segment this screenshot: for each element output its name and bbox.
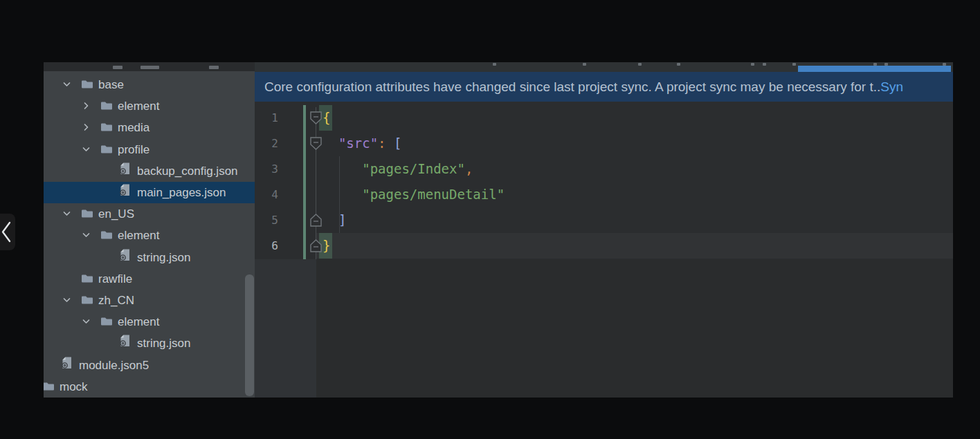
tree-item-mock[interactable]: mock (44, 376, 255, 398)
tree-item-backup-config-json[interactable]: backup_config.json (44, 160, 255, 182)
folder-icon (44, 381, 55, 391)
nav-back-button[interactable] (0, 214, 15, 250)
json-file-icon (120, 162, 131, 175)
chevron-down-icon[interactable] (62, 209, 71, 218)
tree-scrollbar[interactable] (245, 274, 254, 396)
chevron-down-icon[interactable] (62, 80, 71, 88)
tree-item-module-json5[interactable]: module.json5 (44, 355, 255, 376)
clipped-tab-text (677, 63, 680, 66)
tree-item-element[interactable]: element (44, 225, 255, 246)
fold-region-end-icon[interactable] (309, 213, 323, 227)
clipped-tab-text (792, 63, 796, 66)
folder-icon (100, 230, 113, 239)
fold-region-end-icon[interactable] (309, 239, 323, 253)
sync-now-link[interactable]: Syn (880, 80, 903, 94)
current-line-highlight (316, 233, 953, 259)
editor-tabstrip (255, 62, 953, 72)
chevron-down-icon[interactable] (82, 230, 91, 239)
ide-window: baseelementmediaprofilebackup_config.jso… (44, 62, 953, 398)
tree-item-label: string.json (137, 247, 190, 268)
chevron-down-icon[interactable] (62, 295, 71, 304)
chevron-right-icon[interactable] (82, 101, 91, 110)
clipped-tab-text (763, 63, 766, 66)
line-number: 2 (260, 131, 278, 156)
line-number: 5 (260, 207, 278, 233)
code-line-3[interactable]: "pages/Index", (323, 156, 473, 182)
chevron-left-icon (0, 214, 15, 250)
folder-icon (81, 273, 93, 283)
folder-icon (100, 122, 113, 131)
vcs-added-lines-bar (303, 105, 306, 259)
json-file-icon (120, 248, 131, 261)
tree-item-profile[interactable]: profile (44, 139, 255, 160)
tree-item-media[interactable]: media (44, 117, 255, 138)
tree-item-label: element (118, 95, 159, 117)
tree-item-label: backup_config.json (137, 160, 238, 182)
tree-item-label: main_pages.json (137, 182, 226, 203)
code-line-4[interactable]: "pages/menuDetail" (323, 182, 505, 207)
tree-item-label: base (98, 74, 124, 95)
tree-item-label: media (118, 117, 149, 138)
line-number: 3 (260, 156, 278, 182)
folder-icon (100, 144, 113, 153)
tree-item-label: profile (118, 139, 149, 160)
tree-item-label: zh_CN (98, 290, 134, 311)
tree-item-rawfile[interactable]: rawfile (44, 268, 255, 290)
tree-item-label: element (118, 225, 159, 246)
tree-item-en-us[interactable]: en_US (44, 203, 255, 225)
chevron-down-icon[interactable] (82, 144, 91, 153)
tree-item-label: en_US (98, 203, 134, 225)
folder-icon (100, 316, 113, 326)
clipped-tab-text (583, 63, 586, 66)
json-file-icon (120, 334, 131, 347)
sync-notification-banner: Core configuration attributes have chang… (255, 72, 953, 102)
editor-below-eof[interactable] (316, 259, 953, 398)
tree-item-element[interactable]: element (44, 95, 255, 117)
editor-panel: Core configuration attributes have chang… (255, 62, 953, 398)
fold-region-start-icon[interactable] (309, 136, 323, 151)
active-tab-indicator[interactable] (798, 66, 951, 72)
tree-item-label: rawfile (98, 268, 132, 290)
line-number: 1 (260, 105, 278, 131)
tree-item-string-json[interactable]: string.json (44, 247, 255, 268)
code-line-6[interactable]: } (323, 233, 330, 259)
tree-item-label: module.json5 (79, 355, 149, 376)
folder-icon (81, 208, 93, 218)
clipped-tab-text (751, 63, 754, 66)
chevron-right-icon[interactable] (82, 122, 91, 131)
banner-message: Core configuration attributes have chang… (264, 80, 880, 94)
code-editor[interactable]: 123456 { "src": [ "pages/Index", "pages/… (255, 102, 953, 398)
clipped-tab-text (493, 63, 496, 66)
tree-clipped-row-strip (44, 62, 255, 71)
tree-item-element[interactable]: element (44, 311, 255, 333)
folder-icon (81, 79, 93, 88)
tree-item-label: mock (60, 376, 88, 398)
tree-item-label: element (118, 311, 159, 333)
code-line-1[interactable]: { (323, 105, 330, 131)
code-line-5[interactable]: ] (323, 207, 346, 233)
tree-item-base[interactable]: base (44, 74, 255, 95)
tree-item-zh-cn[interactable]: zh_CN (44, 290, 255, 311)
json-file-icon (120, 183, 131, 196)
json-file-icon (62, 356, 73, 369)
clipped-tab-text (638, 63, 642, 66)
code-line-2[interactable]: "src": [ (323, 131, 401, 156)
folder-icon (81, 295, 93, 304)
line-number: 6 (260, 233, 278, 259)
line-number: 4 (260, 182, 278, 207)
project-tree-panel: baseelementmediaprofilebackup_config.jso… (44, 62, 255, 398)
folder-icon (100, 100, 113, 110)
chevron-down-icon[interactable] (82, 317, 91, 326)
gutter-below-eof (255, 259, 316, 398)
fold-region-start-icon[interactable] (309, 111, 323, 125)
tree-item-string-json[interactable]: string.json (44, 333, 255, 354)
tree-item-main-pages-json[interactable]: main_pages.json (44, 182, 255, 203)
tree-item-label: string.json (137, 333, 190, 354)
